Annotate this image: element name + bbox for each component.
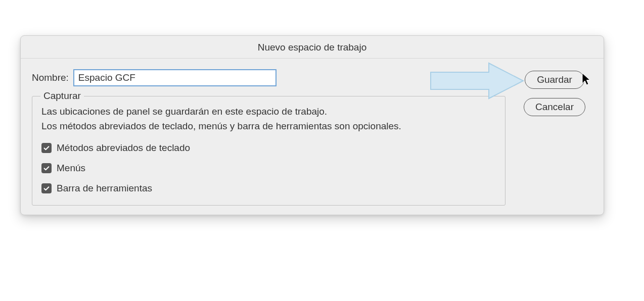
new-workspace-dialog: Nuevo espacio de trabajo Nombre: Captura… bbox=[20, 35, 604, 215]
dialog-title: Nuevo espacio de trabajo bbox=[21, 36, 604, 59]
checkbox-keyboard-shortcuts[interactable] bbox=[41, 143, 52, 153]
cancel-button[interactable]: Cancelar bbox=[524, 98, 585, 116]
dialog-right-column: Guardar Cancelar bbox=[517, 70, 592, 206]
checkbox-row-toolbar[interactable]: Barra de herramientas bbox=[41, 183, 496, 194]
capture-legend: Capturar bbox=[40, 90, 84, 102]
name-row: Nombre: bbox=[32, 70, 505, 86]
save-button[interactable]: Guardar bbox=[525, 71, 584, 89]
workspace-name-input[interactable] bbox=[74, 70, 276, 86]
capture-description-line2: Los métodos abreviados de teclado, menús… bbox=[41, 119, 496, 134]
capture-description: Las ubicaciones de panel se guardarán en… bbox=[41, 105, 496, 133]
capture-description-line1: Las ubicaciones de panel se guardarán en… bbox=[41, 105, 496, 119]
checkbox-toolbar[interactable] bbox=[41, 183, 52, 193]
check-icon bbox=[43, 185, 50, 192]
checkbox-label: Barra de herramientas bbox=[57, 183, 152, 194]
check-icon bbox=[43, 144, 50, 152]
capture-fieldset: Capturar Las ubicaciones de panel se gua… bbox=[32, 96, 505, 206]
checkbox-label: Menús bbox=[57, 163, 85, 174]
dialog-body: Nombre: Capturar Las ubicaciones de pane… bbox=[21, 59, 604, 206]
name-label: Nombre: bbox=[32, 72, 69, 83]
checkbox-menus[interactable] bbox=[41, 163, 52, 173]
dialog-left-column: Nombre: Capturar Las ubicaciones de pane… bbox=[32, 70, 505, 206]
checkbox-row-keyboard-shortcuts[interactable]: Métodos abreviados de teclado bbox=[41, 142, 496, 154]
check-icon bbox=[43, 165, 50, 172]
checkbox-label: Métodos abreviados de teclado bbox=[57, 142, 190, 154]
checkbox-row-menus[interactable]: Menús bbox=[41, 163, 496, 174]
